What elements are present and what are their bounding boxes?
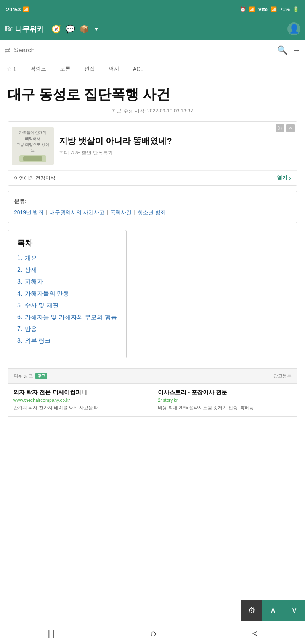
pl-url-0: www.thechaircompany.co.kr [13,398,147,403]
toc-item-2: 2. 상세 [17,266,117,274]
toc-link-6[interactable]: 6. 가해자들 및 가해자의 부모의 행동 [17,314,117,320]
logo-prefix: ℝ℮ [5,25,13,33]
search-input[interactable] [14,47,273,54]
tab-history[interactable]: 역사 [102,61,126,78]
battery-percent: 71% [280,6,290,12]
ad-open-link[interactable]: 열기 › [277,175,291,181]
pl-desc-1: 비용 최대 20% 절약시스템 넷처기 인증. 특허등 [158,405,292,411]
powerlink-reg-label[interactable]: 광고등록 [273,373,292,379]
tab-backlinks-label: 역링크 [30,66,46,72]
table-of-contents: 목차 1. 개요 2. 상세 3. 피해자 [8,230,127,358]
compass-icon[interactable]: 🧭 [51,24,61,34]
toc-link-3[interactable]: 3. 피해자 [17,278,43,285]
toc-label-3: 피해자 [25,278,43,285]
ad-headline: 지방 뱃살이 아니라 똥배였네? [59,136,293,147]
ad-thumb-text2: 빼먹어서 [25,136,40,141]
toc-link-7[interactable]: 7. 반응 [17,326,37,332]
powerlink-items: 의자 탁자 전문 더체어컴퍼니 www.thechaircompany.co.k… [8,384,297,417]
article-modified-date: 최근 수정 시각: 2022-09-19 03:13:37 [8,108,297,114]
toc-num-7: 7. [17,326,22,332]
tab-discussion[interactable]: 토론 [53,61,77,78]
category-link-3[interactable]: 청소년 범죄 [138,208,166,217]
category-link-1[interactable]: 대구광역시의 사건사고 [50,208,104,217]
search-magnify-icon[interactable]: 🔍 [277,45,287,55]
ad-banner: ⓘ ✕ 가족들이 한개씩 빼먹어서 그냥 대량으로 샀어요 지방 뱃살이 아 [8,121,297,186]
toc-link-4[interactable]: 4. 가해자들의 만행 [17,290,69,297]
pl-title-0: 의자 탁자 전문 더체어컴퍼니 [13,389,147,396]
toc-item-4: 4. 가해자들의 만행 [17,290,117,298]
chevron-right-icon: › [289,175,291,181]
carrier-label: Vtte [258,6,268,12]
pl-desc-0: 만가지 의자 천가지 테이블 싸게 사고을 때 [13,405,147,411]
article-title: 대구 동성로 집단폭행 사건 [8,86,297,103]
toc-link-8[interactable]: 8. 외부 링크 [17,337,51,344]
top-nav-bar: ℝ℮ 나무위키 🧭 💬 📦 ▼ 👤 [0,18,305,40]
toc-num-6: 6. [17,314,22,320]
search-bar: ⇄ 🔍 → [0,40,305,61]
ad-text-block: 지방 뱃살이 아니라 똥배였네? 최대 78% 할인 단독특가 [59,136,293,157]
toc-list: 1. 개요 2. 상세 3. 피해자 4. 가해자들의 만행 [17,254,117,345]
category-link-0[interactable]: 2019년 범죄 [14,208,43,217]
powerlink-bar: 파워링크 광고 광고등록 [8,368,297,384]
toc-link-2[interactable]: 2. 상세 [17,267,37,273]
tab-backlinks[interactable]: 역링크 [23,61,53,78]
toc-label-5: 수사 및 재판 [25,302,59,308]
toc-label-8: 외부 링크 [25,337,51,344]
logo-label: 나무위키 [15,24,44,34]
toc-link-1[interactable]: 1. 개요 [17,255,37,261]
powerlink-ad-badge: 광고 [35,373,47,379]
toc-link-5[interactable]: 5. 수사 및 재판 [17,302,59,308]
toc-title: 목차 [17,238,117,248]
category-links: 2019년 범죄 | 대구광역시의 사건사고 | 폭력사건 | 청소년 범죄 [14,208,291,217]
powerlink-label: 파워링크 광고 [13,373,47,379]
page-content: 대구 동성로 집단폭행 사건 최근 수정 시각: 2022-09-19 03:1… [0,78,305,463]
info-icon: ⓘ [278,125,282,132]
toc-num-5: 5. [17,302,22,308]
toc-label-1: 개요 [25,255,37,261]
toc-num-2: 2. [17,267,22,273]
ad-close-button[interactable]: ✕ [286,124,295,132]
status-left: 20:53 📶 [6,6,29,13]
user-icon[interactable]: 👤 [287,22,300,35]
toc-item-6: 6. 가해자들 및 가해자의 부모의 행동 [17,313,117,321]
tab-edit[interactable]: 편집 [77,61,102,78]
tab-acl-label: ACL [133,66,143,72]
tab-acl[interactable]: ACL [126,61,150,78]
tab-star[interactable]: ☆ 1 [0,61,23,78]
signal-icon: 📶 [23,6,29,12]
tab-bar: ☆ 1 역링크 토론 편집 역사 ACL [0,61,305,78]
powerlink-item-1[interactable]: 이사스토리 - 포장이사 전문 24story.kr 비용 최대 20% 절약시… [152,384,297,417]
toc-num-1: 1. [17,255,22,261]
tab-history-label: 역사 [109,66,119,72]
search-right-icons: 🔍 → [277,45,300,55]
ad-open-row[interactable]: 이영애의 건강미식 열기 › [8,170,297,185]
star-icon: ☆ [7,66,12,72]
toc-label-4: 가해자들의 만행 [25,290,69,297]
close-icon: ✕ [289,125,292,131]
ad-source-label: 이영애의 건강미식 [14,175,55,181]
alarm-icon: ⏰ [240,6,246,12]
app-logo[interactable]: ℝ℮ 나무위키 [5,24,44,34]
powerlink-item-0[interactable]: 의자 탁자 전문 더체어컴퍼니 www.thechaircompany.co.k… [8,384,152,417]
chat-icon[interactable]: 💬 [66,24,75,34]
status-time: 20:53 [6,6,21,13]
toc-num-3: 3. [17,278,22,285]
shuffle-icon[interactable]: ⇄ [5,46,10,55]
dropdown-arrow-icon[interactable]: ▼ [94,26,99,32]
toc-item-3: 3. 피해자 [17,278,117,286]
ad-open-label: 열기 [277,175,287,181]
ad-thumb-text3: 그냥 대량으로 샀어요 [15,142,51,153]
toc-item-1: 1. 개요 [17,254,117,262]
ad-info-button[interactable]: ⓘ [276,124,284,132]
category-link-2[interactable]: 폭력사건 [110,208,132,217]
toc-num-8: 8. [17,337,22,344]
battery-icon: 🔋 [293,6,299,12]
forward-icon[interactable]: → [292,45,300,55]
ad-subtext: 최대 78% 할인 단독특가 [59,149,293,156]
network-icon: 📶 [271,6,277,12]
box-icon[interactable]: 📦 [80,24,89,34]
toc-item-8: 8. 외부 링크 [17,337,117,345]
toc-item-5: 5. 수사 및 재판 [17,302,117,310]
pl-title-1: 이사스토리 - 포장이사 전문 [158,389,292,396]
tab-edit-label: 편집 [84,66,95,72]
